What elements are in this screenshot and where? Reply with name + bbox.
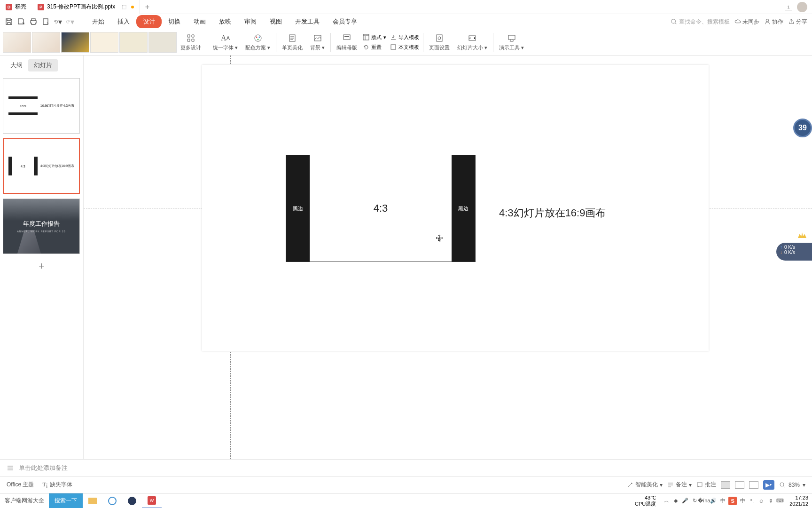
- tray-mic2-icon[interactable]: 🎙: [767, 497, 774, 505]
- slide-size-button[interactable]: 幻灯片大小 ▾: [453, 32, 491, 52]
- more-design-button[interactable]: 更多设计: [177, 32, 205, 52]
- color-scheme-button[interactable]: 配色方案 ▾: [242, 32, 274, 52]
- wps-icon: W: [148, 496, 156, 505]
- preview-icon[interactable]: [41, 17, 50, 26]
- edit-master-button[interactable]: 编辑母版: [333, 32, 361, 52]
- background-button[interactable]: 背景 ▾: [306, 32, 328, 52]
- svg-rect-9: [344, 36, 349, 37]
- tray-app-icon[interactable]: ◆: [672, 497, 679, 505]
- taskbar-search[interactable]: 搜索一下: [49, 493, 83, 508]
- clock[interactable]: 17:23 2021/12: [786, 495, 808, 506]
- smart-beauty-button[interactable]: 智能美化 ▾: [627, 481, 663, 489]
- slide-caption[interactable]: 4:3幻灯片放在16:9画布: [499, 206, 606, 220]
- slides-tab[interactable]: 幻灯片: [28, 59, 58, 71]
- tab-animation[interactable]: 动画: [187, 15, 212, 28]
- add-slide-button[interactable]: +: [34, 259, 49, 274]
- slide-thumbnail-1[interactable]: 16:9 16:9幻灯片放在4:3画布: [3, 78, 80, 134]
- command-search[interactable]: 查找命令、搜索模板: [671, 18, 730, 26]
- theme-thumb[interactable]: [119, 32, 148, 53]
- import-template-button[interactable]: 导入模板: [388, 33, 421, 42]
- tray-mic-icon[interactable]: 🎤: [681, 497, 689, 505]
- browser-app[interactable]: [102, 493, 122, 508]
- notes-bar[interactable]: 单击此处添加备注: [0, 459, 812, 476]
- reset-button[interactable]: 重置: [361, 43, 388, 52]
- slideshow-button[interactable]: ▶▾: [763, 480, 774, 490]
- zoom-control[interactable]: 83% ▾: [779, 482, 805, 488]
- redo-icon[interactable]: ▾: [66, 17, 74, 26]
- tab-design[interactable]: 设计: [136, 15, 162, 28]
- normal-view-button[interactable]: [721, 481, 730, 489]
- titlebar-right: 1: [785, 2, 812, 12]
- ie-icon: [108, 497, 117, 505]
- sorter-view-button[interactable]: [735, 481, 744, 489]
- taskbar-label[interactable]: 客户端网游大全: [0, 497, 49, 505]
- tray-wifi-icon[interactable]: �ína: [700, 497, 708, 505]
- print-icon[interactable]: [29, 17, 38, 26]
- tab-start[interactable]: 开始: [86, 15, 111, 28]
- window-count[interactable]: 1: [785, 4, 792, 10]
- page-beauty-button[interactable]: 单页美化: [278, 32, 306, 52]
- layout-button[interactable]: 版式 ▾: [361, 33, 388, 42]
- sogou-icon[interactable]: S: [728, 497, 737, 505]
- save-as-icon[interactable]: [17, 17, 25, 26]
- new-tab-button[interactable]: +: [140, 3, 154, 11]
- float-timer[interactable]: 39: [793, 119, 812, 137]
- outline-tab[interactable]: 大纲: [5, 59, 28, 71]
- wps-app[interactable]: W: [142, 493, 162, 508]
- theme-thumb[interactable]: [148, 32, 177, 53]
- theme-thumb[interactable]: [61, 32, 89, 53]
- thumb-text: 16:9幻灯片放在4:3画布: [40, 103, 74, 108]
- unify-font-button[interactable]: AA 统一字体 ▾: [209, 32, 242, 52]
- canvas-area[interactable]: 黑边 4:3 黑边 4:3幻灯片放在16:9画布: [84, 56, 812, 459]
- body-template-button[interactable]: 本文模板: [388, 43, 421, 52]
- tray-ime-label[interactable]: 中: [739, 497, 746, 505]
- theme-gallery[interactable]: [3, 32, 177, 53]
- notes-button[interactable]: 备注 ▾: [667, 481, 692, 489]
- document-tab[interactable]: P 315-修改PPT画布比例.pptx ⬚: [32, 0, 140, 14]
- theme-thumb[interactable]: [3, 32, 31, 53]
- explorer-app[interactable]: [83, 493, 102, 508]
- cpu-temp[interactable]: 43℃ CPU温度: [630, 495, 661, 506]
- tray-chevron-icon[interactable]: ︿: [663, 497, 670, 505]
- tab-member[interactable]: 会员专享: [326, 15, 364, 28]
- tab-devtools[interactable]: 开发工具: [289, 15, 326, 28]
- user-avatar[interactable]: [797, 2, 807, 12]
- tab-view[interactable]: 视图: [263, 15, 289, 28]
- tab-insert[interactable]: 插入: [111, 15, 136, 28]
- tab-slideshow[interactable]: 放映: [212, 15, 238, 28]
- cloud-icon: [734, 18, 741, 25]
- slide-inner-box[interactable]: 黑边 4:3 黑边: [286, 155, 476, 262]
- tray-ime-icon[interactable]: 中: [719, 497, 726, 505]
- slide-canvas[interactable]: 黑边 4:3 黑边 4:3幻灯片放在16:9画布: [202, 65, 709, 351]
- home-tab[interactable]: D 稻壳: [0, 0, 32, 14]
- layout-group: 版式 ▾ 重置: [361, 33, 388, 52]
- tab-review[interactable]: 审阅: [238, 15, 263, 28]
- size-icon: [467, 33, 477, 43]
- undo-icon[interactable]: ▾: [54, 17, 62, 26]
- tray-smile-icon[interactable]: ☺: [757, 497, 765, 505]
- tab-restore-icon[interactable]: ⬚: [122, 4, 126, 10]
- slide-thumbnail-2[interactable]: 4:3 4:3幻灯片放在16:9画布: [3, 138, 80, 194]
- net-speed-widget[interactable]: ↑0 K/s ↓0 K/s: [776, 243, 812, 261]
- svg-rect-11: [391, 45, 396, 49]
- unsync-button[interactable]: 未同步: [734, 18, 759, 26]
- theme-thumb[interactable]: [32, 32, 60, 53]
- tray-volume-icon[interactable]: 🔊: [710, 497, 717, 505]
- present-tools-button[interactable]: 演示工具 ▾: [495, 32, 528, 52]
- tray-sync-icon[interactable]: ↻: [691, 497, 698, 505]
- comments-button[interactable]: 批注: [696, 481, 716, 489]
- collab-button[interactable]: 协作: [764, 18, 783, 26]
- reading-view-button[interactable]: [749, 481, 758, 489]
- share-button[interactable]: 分享: [788, 18, 807, 26]
- office-theme-label[interactable]: Office 主题: [7, 481, 34, 489]
- save-icon[interactable]: [5, 17, 13, 26]
- steam-app[interactable]: [122, 493, 142, 508]
- tab-transition[interactable]: 切换: [162, 15, 187, 28]
- tray-punct-icon[interactable]: °,: [748, 497, 756, 505]
- crown-icon[interactable]: [798, 232, 809, 242]
- missing-font-button[interactable]: T¡ 缺失字体: [42, 481, 72, 489]
- tray-kb-icon[interactable]: ⌨: [776, 497, 784, 505]
- theme-thumb[interactable]: [90, 32, 118, 53]
- page-setup-button[interactable]: 页面设置: [425, 32, 453, 52]
- slide-thumbnail-3[interactable]: 年度工作报告 ANNUAL WORK REPORT FOR 20: [3, 198, 80, 254]
